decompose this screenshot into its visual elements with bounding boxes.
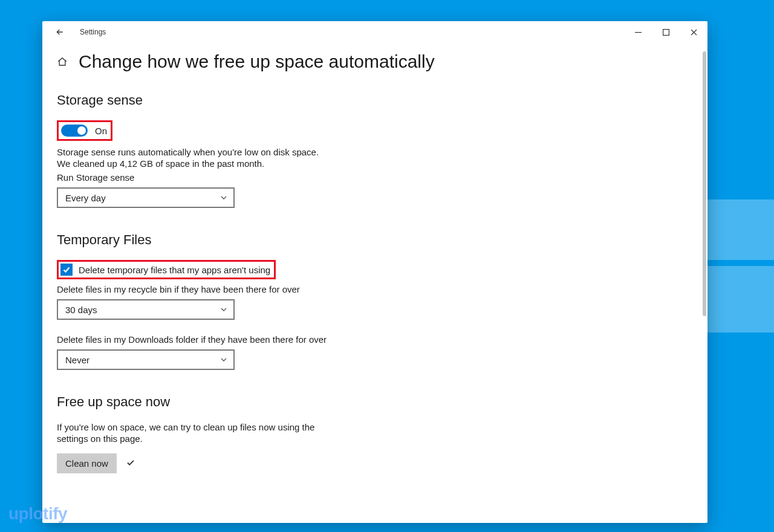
downloads-value: Never (65, 355, 89, 365)
minimize-button[interactable] (624, 21, 652, 43)
content-area: Change how we free up space automaticall… (42, 43, 703, 523)
run-storage-sense-label: Run Storage sense (57, 172, 688, 183)
svg-rect-1 (663, 29, 669, 35)
back-button[interactable] (51, 23, 69, 41)
downloads-select[interactable]: Never (57, 349, 235, 370)
chevron-down-icon (220, 193, 227, 203)
clean-now-button[interactable]: Clean now (57, 453, 117, 473)
app-title: Settings (80, 28, 106, 36)
downloads-label: Delete files in my Downloads folder if t… (57, 334, 688, 345)
delete-temp-files-highlight: Delete temporary files that my apps aren… (57, 260, 276, 279)
storage-sense-desc-1: Storage sense runs automatically when yo… (57, 147, 688, 157)
run-storage-sense-select[interactable]: Every day (57, 187, 235, 208)
run-storage-sense-value: Every day (65, 193, 106, 203)
window-controls (624, 21, 707, 43)
recycle-bin-value: 30 days (65, 305, 97, 315)
titlebar: Settings (42, 21, 707, 43)
delete-temp-files-label: Delete temporary files that my apps aren… (79, 265, 270, 275)
chevron-down-icon (220, 305, 227, 315)
chevron-down-icon (220, 355, 227, 365)
scrollbar-thumb[interactable] (703, 51, 706, 316)
scrollbar[interactable] (703, 51, 706, 493)
recycle-bin-label: Delete files in my recycle bin if they h… (57, 284, 688, 294)
storage-sense-toggle[interactable] (61, 125, 88, 137)
storage-sense-heading: Storage sense (57, 92, 688, 108)
free-up-desc-1: If you're low on space, we can try to cl… (57, 422, 688, 432)
free-up-desc-2: settings on this page. (57, 433, 688, 444)
settings-window: Settings Change how we free up space aut… (42, 21, 707, 523)
temp-files-heading: Temporary Files (57, 232, 688, 248)
storage-sense-toggle-highlight: On (57, 120, 112, 141)
delete-temp-files-checkbox[interactable] (60, 264, 73, 276)
page-title: Change how we free up space automaticall… (79, 51, 435, 72)
maximize-button[interactable] (652, 21, 680, 43)
free-up-heading: Free up space now (57, 394, 688, 410)
close-button[interactable] (680, 21, 707, 43)
storage-sense-desc-2: We cleaned up 4,12 GB of space in the pa… (57, 158, 688, 169)
home-button[interactable] (57, 56, 68, 67)
watermark: uplotify (8, 504, 67, 524)
svg-rect-0 (635, 32, 642, 33)
check-icon (126, 458, 135, 469)
recycle-bin-select[interactable]: 30 days (57, 299, 235, 320)
storage-sense-toggle-label: On (95, 126, 107, 136)
